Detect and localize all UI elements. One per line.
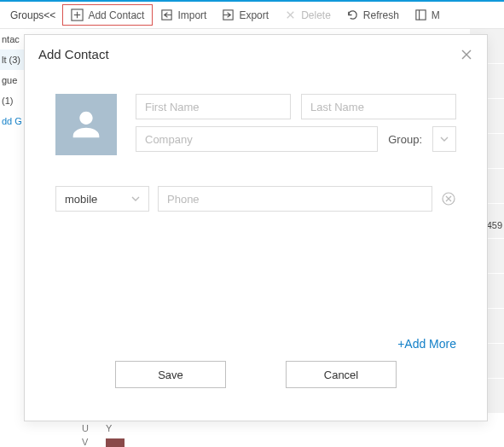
svg-rect-7: [416, 10, 426, 20]
avatar[interactable]: [55, 94, 117, 155]
sidebar: ntac lt (3) gue (1) dd G: [0, 29, 26, 447]
sidebar-item[interactable]: (1): [0, 90, 26, 111]
last-name-field[interactable]: [301, 94, 456, 119]
phone-snippet: 459: [487, 220, 502, 230]
company-field[interactable]: [136, 126, 378, 152]
group-select[interactable]: [432, 126, 456, 152]
panel-icon: [414, 9, 427, 21]
index-letters: U V Y: [82, 423, 125, 447]
import-label: Import: [177, 9, 206, 21]
modal-title: Add Contact: [38, 47, 109, 61]
sidebar-item[interactable]: ntac: [0, 29, 26, 49]
chevron-down-icon: [440, 136, 449, 142]
add-contact-button[interactable]: Add Contact: [62, 4, 153, 26]
chevron-down-icon: [131, 196, 140, 201]
phone-field[interactable]: [158, 186, 432, 212]
add-group-link[interactable]: dd G: [0, 111, 26, 131]
more-label: M: [432, 9, 440, 21]
remove-row-button[interactable]: [441, 191, 456, 206]
add-more-link[interactable]: +Add More: [397, 337, 456, 351]
index-letter[interactable]: V: [82, 437, 89, 447]
delete-button: Delete: [276, 5, 339, 25]
phone-type-value: mobile: [65, 193, 97, 206]
export-button[interactable]: Export: [214, 5, 276, 25]
refresh-label: Refresh: [363, 9, 399, 21]
save-button[interactable]: Save: [115, 361, 226, 388]
delete-label: Delete: [301, 9, 331, 21]
delete-icon: [284, 9, 297, 21]
index-letter[interactable]: U: [82, 423, 89, 433]
import-icon: [160, 9, 173, 21]
plus-icon: [71, 9, 84, 21]
groups-toggle[interactable]: Groups<<: [3, 9, 62, 21]
refresh-button[interactable]: Refresh: [339, 5, 407, 25]
thumbnail: [106, 438, 125, 447]
sidebar-item[interactable]: lt (3): [0, 49, 26, 70]
cancel-button[interactable]: Cancel: [286, 361, 397, 388]
import-button[interactable]: Import: [153, 5, 214, 25]
close-icon[interactable]: [460, 48, 473, 61]
more-button[interactable]: M: [407, 5, 448, 25]
add-contact-label: Add Contact: [88, 9, 144, 21]
export-icon: [222, 9, 235, 21]
export-label: Export: [239, 9, 269, 21]
add-contact-modal: Add Contact Group:: [24, 34, 488, 421]
refresh-icon: [346, 9, 359, 21]
index-letter[interactable]: Y: [106, 423, 125, 433]
group-label: Group:: [388, 126, 422, 152]
first-name-field[interactable]: [136, 94, 291, 119]
phone-type-select[interactable]: mobile: [55, 186, 149, 212]
sidebar-item[interactable]: gue: [0, 70, 26, 90]
toolbar: Groups<< Add Contact Import Export Delet…: [0, 2, 504, 29]
